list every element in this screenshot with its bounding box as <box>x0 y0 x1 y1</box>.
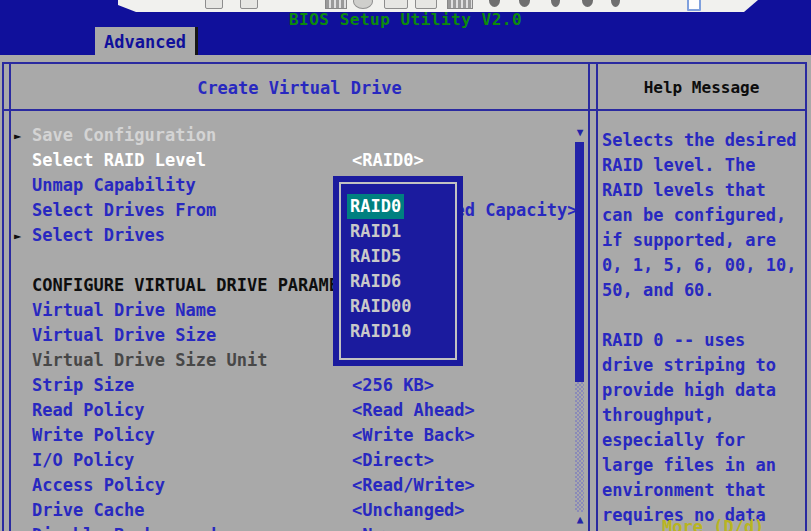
help-pane-left-border <box>596 62 598 531</box>
option-value: <256 KB> <box>352 374 434 396</box>
help-text-line: RAID level. The <box>602 153 804 178</box>
toolbar-icon[interactable] <box>611 0 620 7</box>
option-value: <Read/Write> <box>352 474 475 496</box>
raid-level-option[interactable]: RAID00 <box>347 294 414 319</box>
option-label: Virtual Drive Size <box>32 324 216 346</box>
option-value: <Write Back> <box>352 424 475 446</box>
option-label: Write Policy <box>32 424 155 446</box>
option-row[interactable]: Drive Cache<Unchanged> <box>14 499 579 521</box>
option-row[interactable]: Read Policy<Read Ahead> <box>14 399 579 421</box>
option-value: <Direct> <box>352 449 434 471</box>
help-text-line: RAID 0 -- uses <box>602 328 804 353</box>
help-text-line: especially for <box>602 428 804 453</box>
option-label: Virtual Drive Name <box>32 299 216 321</box>
help-text-line <box>602 303 804 328</box>
raid-level-dropdown: RAID0RAID1RAID5RAID6RAID00RAID10 <box>333 176 463 366</box>
scrollbar-track[interactable] <box>575 382 584 512</box>
option-row[interactable]: Write Policy<Write Back> <box>14 424 579 446</box>
toolbar-icon[interactable] <box>240 0 258 9</box>
help-text-line: can be configured, <box>602 203 804 228</box>
toolbar-icon[interactable] <box>415 0 437 9</box>
toolbar-icon[interactable] <box>205 0 223 9</box>
toolbar-icon[interactable] <box>519 0 530 7</box>
raid-level-option[interactable]: RAID6 <box>347 269 404 294</box>
option-label: Unmap Capability <box>32 174 196 196</box>
option-row[interactable]: Strip Size<256 KB> <box>14 374 579 396</box>
option-label: Disable Background <box>32 524 216 531</box>
help-text-line: Selects the desired <box>602 128 804 153</box>
toolbar-icon[interactable] <box>325 0 347 9</box>
option-row[interactable]: Disable Background<No> <box>14 524 579 531</box>
option-label: Read Policy <box>32 399 145 421</box>
toolbar-icon[interactable] <box>582 0 593 7</box>
toolbar-icon[interactable] <box>353 0 373 9</box>
header-underline <box>2 109 805 111</box>
option-row[interactable]: Unmap Capability <box>14 174 579 196</box>
help-text-line: 0, 1, 5, 6, 00, 10, <box>602 253 804 278</box>
option-value: <Unchanged> <box>352 499 465 521</box>
help-pane-title: Help Message <box>598 78 805 97</box>
option-row[interactable]: Access Policy<Read/Write> <box>14 474 579 496</box>
help-text-line: 50, and 60. <box>602 278 804 303</box>
help-text-line: throughput, <box>602 403 804 428</box>
option-row[interactable]: Virtual Drive Size <box>14 324 579 346</box>
scroll-down-icon[interactable]: ▼ <box>574 127 586 139</box>
option-label: Select Drives From <box>32 199 216 221</box>
toolbar-icon[interactable] <box>447 0 473 9</box>
help-text-line: RAID levels that <box>602 178 804 203</box>
option-value: <No> <box>352 524 393 531</box>
page-title: Create Virtual Drive <box>11 78 588 98</box>
toolbar-icon[interactable] <box>551 0 560 7</box>
scroll-up-icon[interactable]: ▲ <box>574 514 586 526</box>
option-label: Select Drives <box>32 224 165 246</box>
option-row[interactable]: Virtual Drive Size Unit <box>14 349 579 371</box>
help-text-line: large files in an <box>602 453 804 478</box>
option-label: Select RAID Level <box>32 149 206 171</box>
option-value: <RAID0> <box>352 149 424 171</box>
option-row[interactable]: CONFIGURE VIRTUAL DRIVE PARAMETERS: <box>14 274 579 296</box>
option-row[interactable]: Select RAID Level<RAID0> <box>14 149 579 171</box>
raid-level-dropdown-inner: RAID0RAID1RAID5RAID6RAID00RAID10 <box>339 182 457 360</box>
help-message-text: Selects the desiredRAID level. TheRAID l… <box>602 128 804 528</box>
raid-level-option[interactable]: RAID0 <box>347 194 404 219</box>
option-label: I/O Policy <box>32 449 134 471</box>
option-row[interactable]: ►Select Drives <box>14 224 579 246</box>
scrollbar-thumb[interactable] <box>575 142 584 382</box>
option-label: Strip Size <box>32 374 134 396</box>
tab-advanced[interactable]: Advanced <box>95 27 198 57</box>
option-value: <Read Ahead> <box>352 399 475 421</box>
help-text-line: environment that <box>602 478 804 503</box>
left-pane-inner-border <box>9 62 11 531</box>
toolbar-icon[interactable] <box>489 0 500 7</box>
option-row[interactable]: I/O Policy<Direct> <box>14 449 579 471</box>
option-label: Drive Cache <box>32 499 145 521</box>
toolbar-icon[interactable] <box>384 0 408 9</box>
help-text-line: drive striping to <box>602 353 804 378</box>
option-label: Virtual Drive Size Unit <box>32 349 267 371</box>
option-row[interactable]: ►Save Configuration <box>14 124 579 146</box>
help-more-indicator: More (D/d) <box>662 517 764 531</box>
option-label: Save Configuration <box>32 124 216 146</box>
bios-screen: BIOS Setup Utility V2.0 Advanced Create … <box>0 0 811 531</box>
submenu-arrow-icon: ► <box>14 125 21 147</box>
left-pane-right-border <box>588 62 590 531</box>
option-label: Access Policy <box>32 474 165 496</box>
submenu-arrow-icon: ► <box>14 225 21 247</box>
raid-level-option[interactable]: RAID1 <box>347 219 404 244</box>
help-text-line: provide high data <box>602 378 804 403</box>
option-row[interactable]: Virtual Drive Name <box>14 299 579 321</box>
option-row[interactable]: Select Drives From<Unconfigured Capacity… <box>14 199 579 221</box>
help-text-line: if supported, are <box>602 228 804 253</box>
raid-level-option[interactable]: RAID10 <box>347 319 414 344</box>
raid-level-option[interactable]: RAID5 <box>347 244 404 269</box>
